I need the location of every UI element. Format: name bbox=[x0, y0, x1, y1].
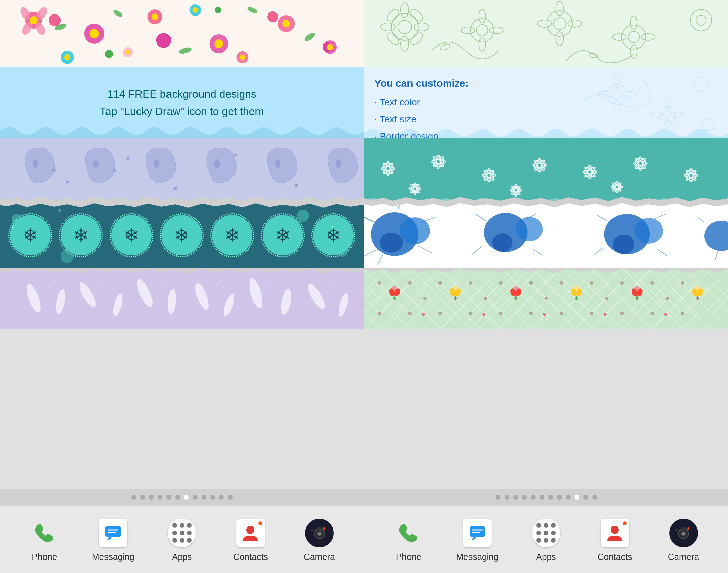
nav-item-camera-left[interactable]: Camera bbox=[298, 517, 341, 562]
svg-point-83 bbox=[547, 11, 572, 36]
svg-point-78 bbox=[477, 25, 488, 36]
apps-dot bbox=[536, 523, 541, 528]
nav-item-camera-right[interactable]: Camera bbox=[662, 517, 705, 562]
svg-point-124 bbox=[487, 169, 491, 182]
svg-point-122 bbox=[432, 156, 445, 168]
svg-line-171 bbox=[378, 254, 383, 265]
svg-point-31 bbox=[154, 159, 159, 168]
svg-point-72 bbox=[414, 23, 429, 31]
nav-label-phone-left: Phone bbox=[32, 552, 57, 562]
svg-point-34 bbox=[336, 159, 341, 168]
dot bbox=[158, 495, 162, 500]
customize-item-1: · Text color bbox=[374, 94, 469, 111]
tile-floral-pink[interactable] bbox=[0, 0, 364, 67]
snowflake-circle: ❄ bbox=[313, 215, 354, 255]
svg-point-77 bbox=[471, 19, 494, 42]
nav-item-contacts-right[interactable]: Contacts bbox=[593, 517, 637, 562]
nav-label-apps-left: Apps bbox=[172, 552, 192, 562]
svg-line-61 bbox=[47, 281, 54, 288]
svg-point-85 bbox=[556, 1, 563, 16]
contacts-icon-bg bbox=[236, 519, 265, 547]
nav-left: Phone Messaging bbox=[0, 506, 364, 573]
svg-line-167 bbox=[364, 249, 378, 256]
svg-line-185 bbox=[657, 249, 667, 256]
svg-line-65 bbox=[269, 278, 276, 285]
nav-label-contacts-left: Contacts bbox=[233, 552, 268, 562]
svg-point-143 bbox=[686, 170, 696, 180]
svg-point-27 bbox=[189, 4, 201, 16]
svg-point-158 bbox=[613, 183, 621, 191]
svg-line-169 bbox=[418, 246, 432, 253]
svg-point-109 bbox=[651, 112, 662, 117]
nav-label-contacts-right: Contacts bbox=[598, 552, 632, 562]
apps-dot bbox=[180, 531, 184, 535]
svg-rect-260 bbox=[317, 527, 322, 531]
dot bbox=[548, 495, 553, 500]
messaging-icon bbox=[97, 517, 129, 549]
svg-line-182 bbox=[597, 215, 607, 221]
svg-point-37 bbox=[113, 169, 116, 172]
svg-point-35 bbox=[52, 169, 56, 172]
svg-point-111 bbox=[694, 77, 708, 92]
svg-point-99 bbox=[607, 84, 627, 104]
svg-line-166 bbox=[364, 216, 374, 222]
svg-rect-274 bbox=[675, 529, 678, 531]
dot bbox=[566, 495, 571, 500]
svg-point-108 bbox=[665, 120, 670, 130]
messaging-icon-bg-right bbox=[463, 519, 492, 547]
svg-point-1 bbox=[30, 16, 38, 24]
snowflake-circle: ❄ bbox=[10, 215, 51, 255]
nav-label-messaging-right: Messaging bbox=[456, 552, 498, 562]
svg-line-66 bbox=[327, 280, 333, 286]
nav-item-apps-left[interactable]: Apps bbox=[160, 517, 204, 562]
nav-item-phone-left[interactable]: Phone bbox=[23, 517, 66, 562]
svg-point-140 bbox=[634, 157, 647, 170]
svg-point-69 bbox=[401, 3, 409, 18]
svg-point-53 bbox=[134, 277, 156, 309]
dots-row bbox=[0, 489, 728, 506]
svg-point-13 bbox=[35, 6, 49, 22]
svg-rect-262 bbox=[311, 529, 314, 531]
dot-active bbox=[575, 495, 579, 500]
svg-point-137 bbox=[584, 166, 596, 178]
svg-point-10 bbox=[323, 40, 337, 54]
nav-item-phone-right[interactable]: Phone bbox=[387, 517, 430, 562]
svg-point-7 bbox=[214, 39, 223, 48]
svg-point-30 bbox=[93, 159, 99, 168]
svg-point-32 bbox=[214, 159, 220, 168]
dot bbox=[531, 495, 536, 500]
svg-point-138 bbox=[635, 158, 645, 169]
svg-point-68 bbox=[398, 20, 412, 34]
svg-point-126 bbox=[482, 173, 496, 177]
nav-item-messaging-right[interactable]: Messaging bbox=[455, 517, 499, 562]
svg-point-112 bbox=[702, 119, 714, 131]
svg-line-62 bbox=[101, 278, 108, 285]
svg-point-110 bbox=[673, 112, 683, 117]
svg-line-176 bbox=[526, 214, 536, 219]
nav-item-contacts-left[interactable]: Contacts bbox=[229, 517, 273, 562]
apps-icon-bg bbox=[168, 519, 196, 547]
info-text: 114 FREE background designs Tap "Lucky D… bbox=[100, 86, 264, 120]
svg-point-120 bbox=[432, 156, 445, 168]
svg-point-165 bbox=[380, 233, 403, 253]
tile-blue-customize: You can customize: · Text color · Text s… bbox=[364, 67, 728, 138]
svg-point-28 bbox=[192, 7, 198, 13]
diamond-pattern bbox=[364, 268, 728, 329]
contacts-icon-bg-right bbox=[601, 519, 629, 547]
phone-icon bbox=[28, 517, 60, 549]
svg-point-79 bbox=[479, 9, 486, 23]
nav-item-apps-right[interactable]: Apps bbox=[524, 517, 568, 562]
svg-point-104 bbox=[624, 91, 636, 97]
svg-point-119 bbox=[436, 155, 441, 169]
svg-point-107 bbox=[665, 99, 670, 109]
svg-point-14 bbox=[20, 21, 34, 37]
svg-point-118 bbox=[433, 157, 444, 167]
svg-point-56 bbox=[221, 293, 237, 317]
svg-point-81 bbox=[461, 27, 475, 34]
tile-mint-tulip: ♥ ♥ ♥ ♥ ♥ bbox=[364, 268, 728, 329]
svg-line-168 bbox=[422, 217, 435, 222]
apps-icon-bg-right bbox=[532, 519, 560, 547]
nav-item-messaging-left[interactable]: Messaging bbox=[91, 517, 135, 562]
svg-point-156 bbox=[510, 189, 522, 192]
dot bbox=[592, 495, 597, 500]
